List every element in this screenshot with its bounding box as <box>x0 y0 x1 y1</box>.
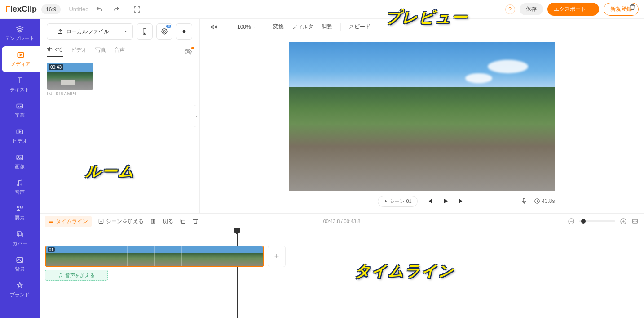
media-panel: ローカルファイル AI すべて ビデオ 写真 音声 00:43 DJI_0197… <box>40 19 200 213</box>
tab-all[interactable]: すべて <box>47 46 63 57</box>
zoom-in-icon[interactable] <box>620 218 627 225</box>
annotation-room: ルーム <box>85 161 135 182</box>
playback-controls: シーン 01 43.8s <box>289 196 555 207</box>
help-icon[interactable]: ? <box>505 4 515 14</box>
copy-icon[interactable] <box>180 218 186 224</box>
add-clip-button[interactable]: + <box>268 246 286 267</box>
ai-upload-button[interactable]: AI <box>156 23 172 40</box>
tab-audio[interactable]: 音声 <box>114 46 125 57</box>
svg-rect-9 <box>17 232 21 236</box>
delete-clip-icon[interactable] <box>192 218 198 224</box>
record-button[interactable] <box>176 23 192 40</box>
preview-area: 100% 変換 フィルタ 調整 スピード シーン 01 43.8s <box>200 19 644 213</box>
annotation-timeline: タイムライン <box>355 261 454 282</box>
local-file-button[interactable]: ローカルファイル <box>47 23 119 40</box>
svg-rect-20 <box>151 219 153 223</box>
left-nav: テンプレート メディア テキスト 字幕 ビデオ 画像 音声 要素 カバー 背景 … <box>0 19 40 318</box>
nav-background[interactable]: 背景 <box>0 251 40 277</box>
video-preview[interactable] <box>289 42 555 191</box>
media-tabs: すべて ビデオ 写真 音声 <box>47 46 192 57</box>
svg-rect-8 <box>21 206 23 208</box>
svg-point-27 <box>62 276 62 277</box>
fit-icon[interactable] <box>631 218 639 225</box>
svg-point-15 <box>183 30 186 33</box>
preview-body: シーン 01 43.8s <box>200 35 644 213</box>
adjust-button[interactable]: 調整 <box>322 23 332 31</box>
nav-templates[interactable]: テンプレート <box>0 21 40 46</box>
prev-frame-icon[interactable] <box>425 197 434 206</box>
top-bar: FlexClip 16:9 Untitled ? 保存 エクスポート → 新規登… <box>0 0 644 19</box>
nav-element[interactable]: 要素 <box>0 200 40 226</box>
timeline-zoom <box>568 218 639 225</box>
svg-point-13 <box>144 33 145 33</box>
duration-display: 43.8s <box>534 198 555 204</box>
redo-icon[interactable] <box>110 3 123 16</box>
playhead-handle[interactable] <box>234 228 240 235</box>
svg-rect-21 <box>154 219 155 223</box>
svg-point-14 <box>163 31 165 32</box>
speed-button[interactable]: スピード <box>349 23 371 31</box>
zoom-out-icon[interactable] <box>568 218 575 225</box>
annotation-preview: プレビュー <box>385 7 468 28</box>
timeline-area: 01 + 音声を加える <box>40 229 644 318</box>
svg-rect-1 <box>17 104 23 108</box>
visibility-toggle-icon[interactable] <box>184 48 192 56</box>
clip-strip: 01 + <box>45 246 639 267</box>
svg-point-7 <box>17 206 19 208</box>
project-title[interactable]: Untitled <box>69 6 88 13</box>
nav-subtitle[interactable]: 字幕 <box>0 98 40 123</box>
delete-icon[interactable] <box>629 4 636 11</box>
mic-icon[interactable] <box>520 197 528 205</box>
nav-image[interactable]: 画像 <box>0 149 40 175</box>
nav-audio[interactable]: 音声 <box>0 175 40 200</box>
nav-brand[interactable]: ブランド <box>0 277 40 303</box>
add-audio-button[interactable]: 音声を加える <box>45 270 108 281</box>
svg-point-6 <box>21 184 22 185</box>
zoom-select[interactable]: 100% <box>237 24 256 30</box>
fullscreen-icon[interactable] <box>131 3 143 16</box>
local-file-dropdown[interactable] <box>119 23 133 40</box>
save-button[interactable]: 保存 <box>520 3 543 15</box>
nav-text[interactable]: テキスト <box>0 72 40 98</box>
svg-point-5 <box>18 184 19 186</box>
play-icon[interactable] <box>441 197 450 206</box>
svg-rect-10 <box>18 233 22 237</box>
svg-point-26 <box>59 276 60 277</box>
upload-row: ローカルファイル AI <box>47 23 192 40</box>
thumbnail-filename: DJI_0197.MP4 <box>47 91 93 96</box>
split-button[interactable] <box>150 218 156 224</box>
cut-button[interactable]: 切る <box>163 218 173 225</box>
transform-button[interactable]: 変換 <box>273 23 284 31</box>
video-clip[interactable]: 01 <box>45 246 264 267</box>
volume-icon[interactable] <box>208 21 221 33</box>
nav-cover[interactable]: カバー <box>0 226 40 251</box>
clip-number-badge: 01 <box>48 247 55 252</box>
timeline-toolbar: タイムライン シーンを加える 切る 00:43.8 / 00:43.8 <box>40 213 644 229</box>
export-button[interactable]: エクスポート → <box>547 3 599 16</box>
next-frame-icon[interactable] <box>457 197 466 206</box>
phone-upload-button[interactable] <box>137 23 153 40</box>
add-scene-button[interactable]: シーンを加える <box>98 218 144 225</box>
collapse-panel-icon[interactable]: ‹ <box>194 105 200 127</box>
timeline-timecode: 00:43.8 / 00:43.8 <box>323 219 361 224</box>
app-logo: FlexClip <box>5 4 37 14</box>
tab-photo[interactable]: 写真 <box>95 46 106 57</box>
undo-icon[interactable] <box>93 3 106 16</box>
media-thumbnail[interactable]: 00:43 DJI_0197.MP4 <box>47 63 93 96</box>
aspect-ratio-chip[interactable]: 16:9 <box>41 4 61 14</box>
svg-rect-17 <box>523 198 525 202</box>
main-row: ローカルファイル AI すべて ビデオ 写真 音声 00:43 DJI_0197… <box>0 19 644 213</box>
svg-rect-22 <box>182 220 185 224</box>
filter-button[interactable]: フィルタ <box>292 23 313 31</box>
tab-video[interactable]: ビデオ <box>71 46 87 57</box>
timeline-tab[interactable]: タイムライン <box>45 216 92 227</box>
nav-video[interactable]: ビデオ <box>0 123 40 149</box>
zoom-slider[interactable] <box>579 220 615 222</box>
scene-selector[interactable]: シーン 01 <box>378 196 417 207</box>
nav-media[interactable]: メディア <box>2 46 40 72</box>
playhead-line <box>237 229 238 318</box>
